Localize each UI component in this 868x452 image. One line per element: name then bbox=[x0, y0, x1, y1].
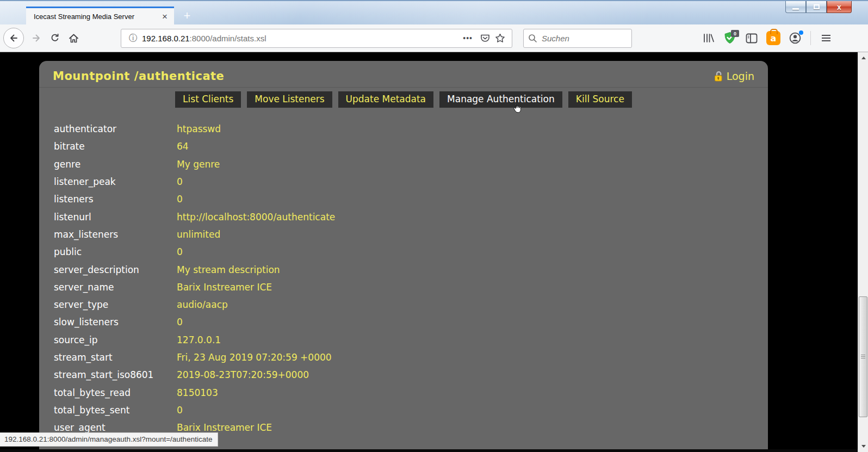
scrollbar-grip bbox=[861, 355, 865, 359]
table-row: source_ip127.0.0.1 bbox=[54, 331, 768, 349]
stat-value: http://localhost:8000/authenticate bbox=[177, 212, 335, 222]
mountpoint-panel: Mountpoint /authenticate Login List Clie… bbox=[39, 61, 768, 450]
table-row: slow_listeners0 bbox=[54, 313, 768, 331]
tab-close-icon[interactable]: × bbox=[160, 12, 170, 21]
table-row: stream_startFri, 23 Aug 2019 07:20:59 +0… bbox=[54, 349, 768, 366]
url-bar[interactable]: ⓘ 192.168.0.21:8000/admin/stats.xsl ••• bbox=[121, 29, 512, 48]
nav-button-update-metadata[interactable]: Update Metadata bbox=[338, 91, 433, 108]
table-row: bitrate64 bbox=[54, 138, 768, 155]
stat-key: server_type bbox=[54, 299, 177, 310]
table-row: genreMy genre bbox=[54, 156, 768, 173]
page-viewport: Mountpoint /authenticate Login List Clie… bbox=[0, 52, 858, 452]
table-row: total_bytes_read8150103 bbox=[54, 383, 768, 401]
search-bar[interactable] bbox=[523, 29, 632, 48]
stat-key: listeners bbox=[54, 194, 177, 205]
bookmark-star-icon[interactable] bbox=[492, 30, 507, 46]
stat-value: My genre bbox=[177, 159, 220, 170]
nav-button-manage-authentication[interactable]: Manage Authentication bbox=[439, 91, 562, 108]
stat-key: genre bbox=[54, 159, 177, 170]
stat-key: total_bytes_read bbox=[54, 387, 177, 398]
account-notification-dot bbox=[799, 30, 803, 35]
page-title: Mountpoint /authenticate bbox=[53, 70, 224, 83]
menu-button[interactable] bbox=[817, 29, 835, 47]
stat-key: public bbox=[54, 246, 177, 257]
adblock-shield-icon[interactable]: 0 bbox=[721, 29, 739, 47]
table-row: max_listenersunlimited bbox=[54, 226, 768, 243]
page-actions-icon[interactable]: ••• bbox=[463, 34, 473, 42]
reload-button[interactable] bbox=[46, 29, 64, 47]
stats-table: authenticatorhtpasswdbitrate64genreMy ge… bbox=[54, 120, 768, 436]
toolbar-divider bbox=[810, 31, 811, 45]
new-tab-button[interactable]: + bbox=[179, 9, 195, 23]
table-row: stream_start_iso86012019-08-23T07:20:59+… bbox=[54, 366, 768, 383]
stat-key: server_name bbox=[54, 282, 177, 293]
sidebar-toggle-icon[interactable] bbox=[742, 29, 761, 47]
table-row: listener_peak0 bbox=[54, 173, 768, 190]
scroll-down-icon bbox=[861, 445, 866, 448]
vertical-scrollbar[interactable] bbox=[858, 52, 868, 452]
stat-value: 64 bbox=[177, 141, 189, 152]
back-icon bbox=[8, 33, 19, 44]
account-icon[interactable] bbox=[786, 29, 804, 47]
stat-value: 8150103 bbox=[177, 387, 218, 398]
forward-button[interactable] bbox=[27, 29, 46, 47]
nav-button-move-listeners[interactable]: Move Listeners bbox=[247, 91, 332, 108]
login-link[interactable]: Login bbox=[714, 70, 754, 82]
library-icon[interactable] bbox=[699, 29, 717, 47]
scroll-down-button[interactable] bbox=[858, 442, 868, 451]
amazon-assistant-icon[interactable]: a bbox=[764, 29, 783, 47]
stat-value: Barix Instreamer ICE bbox=[177, 282, 272, 293]
lock-icon bbox=[714, 71, 723, 82]
window-controls: x bbox=[785, 1, 852, 13]
table-row: public0 bbox=[54, 243, 768, 261]
forward-icon bbox=[31, 33, 42, 44]
stat-key: total_bytes_sent bbox=[54, 405, 177, 416]
tab-icecast[interactable]: Icecast Streaming Media Server × bbox=[26, 7, 174, 24]
minimize-icon bbox=[792, 8, 799, 10]
stat-value: unlimited bbox=[177, 229, 220, 240]
amazon-letter: a bbox=[771, 33, 777, 44]
home-icon bbox=[68, 33, 79, 44]
stat-key: bitrate bbox=[54, 141, 177, 152]
stat-value: My stream description bbox=[177, 264, 280, 275]
nav-button-row: List ClientsMove ListenersUpdate Metadat… bbox=[39, 91, 768, 108]
stat-key: listenurl bbox=[54, 212, 177, 222]
minimize-button[interactable] bbox=[785, 1, 806, 13]
stat-value: Fri, 23 Aug 2019 07:20:59 +0000 bbox=[177, 352, 332, 363]
nav-button-list-clients[interactable]: List Clients bbox=[175, 91, 241, 108]
stat-value: 0 bbox=[177, 176, 183, 187]
search-icon bbox=[528, 34, 537, 43]
maximize-button[interactable] bbox=[806, 1, 827, 13]
back-button[interactable] bbox=[3, 28, 24, 48]
window-bottom-edge bbox=[0, 449, 858, 452]
nav-button-kill-source[interactable]: Kill Source bbox=[568, 91, 632, 108]
title-bar: Icecast Streaming Media Server × + x bbox=[0, 0, 868, 24]
close-button[interactable]: x bbox=[827, 1, 852, 13]
url-text: 192.168.0.21:8000/admin/stats.xsl bbox=[142, 34, 266, 43]
scroll-up-icon bbox=[861, 57, 866, 59]
status-link-preview: 192.168.0.21:8000/admin/manageauth.xsl?m… bbox=[0, 432, 218, 447]
stat-key: slow_listeners bbox=[54, 317, 177, 327]
table-row: server_typeaudio/aacp bbox=[54, 296, 768, 313]
stat-value: Barix Instreamer ICE bbox=[177, 422, 272, 433]
stat-value: 2019-08-23T07:20:59+0000 bbox=[177, 369, 309, 380]
stat-key: user_agent bbox=[54, 422, 177, 433]
close-icon: x bbox=[837, 3, 841, 11]
stat-key: source_ip bbox=[54, 335, 177, 345]
panel-header: Mountpoint /authenticate Login bbox=[39, 61, 768, 88]
search-input[interactable] bbox=[542, 34, 618, 43]
scrollbar-thumb[interactable] bbox=[859, 296, 867, 417]
pocket-icon[interactable] bbox=[478, 31, 492, 45]
table-row: server_descriptionMy stream description bbox=[54, 261, 768, 278]
stat-key: stream_start bbox=[54, 352, 177, 363]
stat-key: stream_start_iso8601 bbox=[54, 369, 177, 380]
stat-value: 0 bbox=[177, 405, 183, 416]
stat-value: 127.0.0.1 bbox=[177, 335, 221, 345]
site-info-icon[interactable]: ⓘ bbox=[129, 33, 138, 44]
scroll-up-button[interactable] bbox=[858, 53, 868, 63]
stat-key: listener_peak bbox=[54, 176, 177, 187]
table-row: total_bytes_sent0 bbox=[54, 401, 768, 419]
login-label: Login bbox=[727, 70, 754, 82]
table-row: server_nameBarix Instreamer ICE bbox=[54, 278, 768, 296]
home-button[interactable] bbox=[64, 29, 83, 47]
